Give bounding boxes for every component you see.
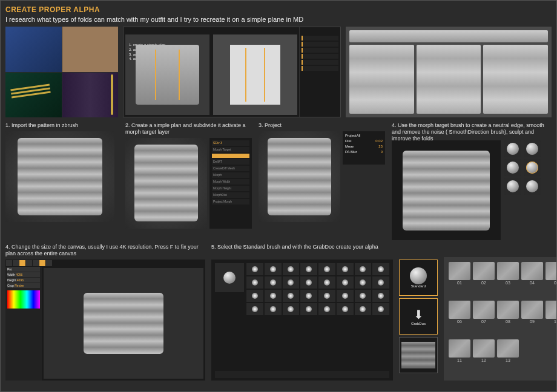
height-value: 4096 <box>17 278 24 282</box>
matcap-5[interactable] <box>504 178 521 195</box>
standard-brush-icon[interactable] <box>215 263 244 292</box>
alpha-result <box>399 337 438 373</box>
matcap-3[interactable] <box>504 159 521 176</box>
material-preview-grid <box>504 140 541 240</box>
matcap-1[interactable] <box>504 140 521 157</box>
dist-label: Dist <box>345 139 351 143</box>
matcap-2[interactable] <box>524 140 541 157</box>
zbrush-canvas-screenshot: Half Double Pro Width 4096 Height 4096 C… <box>5 260 205 381</box>
zbrush-plane-subdiv <box>125 138 207 229</box>
mean-value: 25 <box>378 145 383 148</box>
zbrush-viewport <box>44 268 203 379</box>
grabdoc-label: GrabDoc <box>411 322 426 325</box>
step-2-label: 2. Create a simple plan and subdivide it… <box>125 122 252 136</box>
ref-tan-leather <box>62 27 119 72</box>
resize-btn[interactable]: Resize <box>15 284 24 287</box>
mean-label: Mean <box>345 145 354 148</box>
projectall-panel: ProjectAll Dist0.02 Mean25 PA Blur0 <box>343 131 385 165</box>
alpha-05[interactable]: 05 <box>545 262 557 298</box>
zbrush-cleaned-sculpt <box>392 140 501 240</box>
alpha-01[interactable]: 01 <box>449 262 470 298</box>
morphh-slider[interactable]: Morph Height <box>212 186 249 191</box>
page-subtitle: I research what types of folds can match… <box>5 16 552 23</box>
alpha-06[interactable]: 06 <box>449 301 470 337</box>
delmt-row: DelMT <box>212 159 249 165</box>
brush-picker-panel <box>211 260 393 381</box>
morphdist-slider[interactable]: MorphDist <box>212 192 249 198</box>
matcap-6[interactable] <box>524 178 541 195</box>
standard-label: Standard <box>411 284 426 288</box>
grabdoc-button[interactable]: ⬇ GrabDoc <box>399 298 438 335</box>
md-pattern-plane <box>230 45 280 105</box>
morph-row: Morph Target <box>212 147 249 152</box>
ref-blue-fabric <box>5 27 62 72</box>
fold-strip-render <box>349 30 548 42</box>
alpha-texture-thumb <box>401 342 435 368</box>
alpha-13[interactable]: 13 <box>497 339 519 376</box>
dist-value: 0.02 <box>375 139 383 143</box>
alpha-12[interactable]: 12 <box>473 339 495 376</box>
morph-target-panel: SDiv 3 Morph Target DelMT CreateDiff Mes… <box>209 138 252 229</box>
alpha-03[interactable]: 03 <box>497 262 519 298</box>
zbrush-imported-pattern <box>5 131 114 222</box>
morphw-slider[interactable]: Morph Width <box>212 179 249 185</box>
fold-render-3 <box>483 45 548 114</box>
morph-slider[interactable]: Morph <box>212 172 249 178</box>
document-size-panel: Half Double Pro Width 4096 Height 4096 C… <box>5 260 42 381</box>
page-title: CREATE PROPER ALPHA <box>5 5 552 14</box>
alpha-library-grid: 01 02 03 04 05 06 07 08 09 10 11 12 13 <box>444 257 557 381</box>
ref-purple-fabric <box>62 73 119 118</box>
alpha-09[interactable]: 09 <box>521 301 543 337</box>
creatediff-row: CreateDiff Mesh <box>212 166 249 171</box>
height-label: Height <box>7 278 16 282</box>
step-5-label: 4. Change the size of the canvas, usuall… <box>5 244 205 257</box>
ref-green-laced <box>5 73 62 118</box>
zbrush-toolbar <box>5 260 205 267</box>
fold-render-2 <box>417 45 481 114</box>
switch-button[interactable] <box>212 154 249 158</box>
width-label: Width <box>7 273 15 276</box>
projectmorph-row[interactable]: Project Morph <box>212 199 249 204</box>
alpha-07[interactable]: 07 <box>473 301 495 337</box>
sdiv-row: SDiv 3 <box>212 140 249 146</box>
projectall-label[interactable]: ProjectAll <box>345 134 360 137</box>
fold-render-1 <box>349 45 414 114</box>
step-4-label: 4. Use the morph target brush to create … <box>392 122 552 138</box>
step-6-label: 5. Select the Standard brush and with th… <box>211 244 393 257</box>
standard-brush-highlight[interactable]: Standard <box>399 260 438 296</box>
fold-render-previews <box>346 27 552 117</box>
md-2d-pattern <box>213 34 297 115</box>
pablur-value: 0 <box>381 150 383 154</box>
fabric-reference-grid <box>5 27 118 117</box>
zbrush-projected <box>259 131 340 222</box>
alpha-02[interactable]: 02 <box>473 262 495 298</box>
md-simulated-cloth <box>136 45 199 105</box>
marvelous-designer-screenshot: 1. create a simple plan 2. add internal … <box>123 27 341 117</box>
width-value: 4096 <box>16 273 22 276</box>
alpha-11[interactable]: 11 <box>449 339 470 376</box>
crop-btn[interactable]: Crop <box>7 284 14 287</box>
pablur-label: PA Blur <box>345 150 357 154</box>
md-property-panel <box>299 27 340 117</box>
alpha-04[interactable]: 04 <box>521 262 543 298</box>
brush-cell[interactable] <box>246 263 263 275</box>
step-1-label: 1. Import the pattern in zbrush <box>5 122 119 129</box>
brush-grid <box>246 263 389 315</box>
step-3-label: 3. Project <box>259 122 386 129</box>
down-arrow-icon: ⬇ <box>414 307 424 322</box>
color-picker[interactable] <box>7 290 40 309</box>
matcap-4[interactable] <box>524 159 541 176</box>
pro-btn[interactable]: Pro <box>7 267 12 271</box>
md-3d-view: 1. create a simple plan 2. add internal … <box>125 34 209 115</box>
alpha-08[interactable]: 08 <box>497 301 519 337</box>
brush-options-row <box>215 371 389 378</box>
alpha-10[interactable]: 10 <box>545 301 557 337</box>
